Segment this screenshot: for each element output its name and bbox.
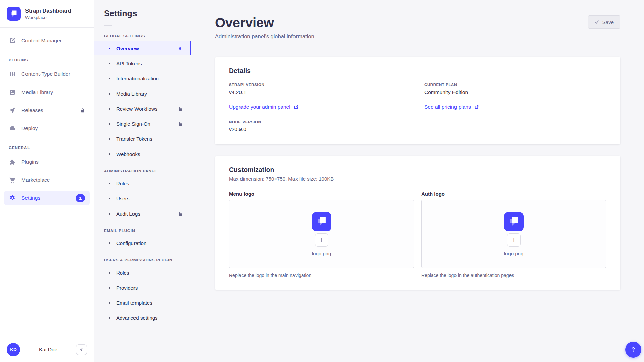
- page-header: Overview Administration panel's global i…: [215, 15, 620, 40]
- bullet-icon: [109, 48, 110, 49]
- customization-constraints: Max dimension: 750×750, Max file size: 1…: [229, 176, 606, 182]
- image-icon: [9, 88, 16, 96]
- bullet-icon: [109, 153, 110, 155]
- current-plan-field: CURRENT PLAN Community Edition: [424, 83, 606, 95]
- main-content: Overview Administration panel's global i…: [191, 0, 644, 362]
- subnav-item-advanced-settings[interactable]: Advanced settings: [94, 311, 191, 325]
- sidebar-item-releases[interactable]: Releases: [4, 103, 90, 118]
- subnav-section-global-settings: GLOBAL SETTINGS: [94, 34, 191, 38]
- details-right-column: CURRENT PLAN Community Edition See all p…: [424, 83, 606, 132]
- lock-icon: [80, 108, 85, 113]
- bullet-icon: [109, 78, 110, 79]
- add-logo-button[interactable]: +: [315, 233, 328, 247]
- strapi-logo-icon: [7, 7, 21, 21]
- strapi-logo-icon: [312, 212, 331, 231]
- bullet-icon: [109, 183, 110, 184]
- bullet-icon: [109, 302, 110, 304]
- subnav-item-single-sign-on[interactable]: Single Sign-On: [94, 117, 191, 131]
- sidebar-item-media-library[interactable]: Media Library: [4, 85, 90, 100]
- main-sidebar: Strapi Dashboard Workplace Content Manag…: [0, 0, 94, 362]
- bullet-icon: [109, 213, 110, 215]
- workspace-title: Strapi Dashboard: [25, 7, 71, 14]
- sidebar-item-marketplace[interactable]: Marketplace: [4, 173, 90, 187]
- auth-logo-section: Auth logo + logo.png Replace the logo in…: [421, 191, 606, 278]
- sidebar-section-plugins: PLUGINS: [0, 58, 94, 62]
- pricing-plans-link[interactable]: See all pricing plans: [424, 104, 479, 110]
- settings-subnav: Settings GLOBAL SETTINGS Overview API To…: [94, 0, 191, 362]
- customization-heading: Customization: [229, 166, 606, 174]
- subnav-section-users-permissions-plugin: USERS & PERMISSIONS PLUGIN: [94, 258, 191, 262]
- menu-logo-section: Menu logo + logo.png Replace the logo in…: [229, 191, 414, 278]
- external-link-icon: [474, 105, 479, 110]
- subnav-item-configuration[interactable]: Configuration: [94, 236, 191, 250]
- subnav-item-roles-admin[interactable]: Roles: [94, 176, 191, 190]
- edit-icon: [9, 37, 16, 44]
- subnav-item-api-tokens[interactable]: API Tokens: [94, 56, 191, 70]
- user-name[interactable]: Kai Doe: [23, 347, 73, 353]
- cloud-icon: [9, 125, 16, 132]
- sidebar-item-content-type-builder[interactable]: Content-Type Builder: [4, 67, 90, 81]
- subnav-item-overview[interactable]: Overview: [94, 41, 191, 55]
- subnav-section-administration-panel: ADMINISTRATION PANEL: [94, 169, 191, 173]
- strapi-version-field: STRAPI VERSION v4.20.1: [229, 83, 411, 95]
- subnav-item-roles-up[interactable]: Roles: [94, 265, 191, 280]
- subnav-item-review-workflows[interactable]: Review Workflows: [94, 102, 191, 116]
- chevron-left-icon: [79, 347, 84, 352]
- logo-filename: logo.png: [504, 251, 524, 256]
- bullet-icon: [109, 242, 110, 244]
- sidebar-user-footer: KD Kai Doe: [0, 337, 94, 362]
- auth-logo-caption: Replace the logo in the authentication p…: [421, 273, 606, 278]
- sidebar-section-general: GENERAL: [0, 146, 94, 150]
- gear-icon: [9, 194, 16, 202]
- settings-notification-badge: 1: [76, 194, 85, 202]
- upgrade-admin-panel-link[interactable]: Upgrade your admin panel: [229, 104, 299, 110]
- collapse-sidebar-button[interactable]: [76, 344, 87, 355]
- menu-logo-label: Menu logo: [229, 191, 414, 197]
- avatar[interactable]: KD: [7, 343, 20, 356]
- bullet-icon: [109, 272, 110, 274]
- save-button[interactable]: Save: [588, 15, 620, 29]
- sidebar-item-deploy[interactable]: Deploy: [4, 121, 90, 136]
- page-subtitle: Administration panel's global informatio…: [215, 33, 314, 40]
- sidebar-nav: Content Manager PLUGINS Content-Type Bui…: [0, 28, 94, 337]
- subnav-item-providers[interactable]: Providers: [94, 281, 191, 295]
- bullet-icon: [109, 63, 110, 64]
- subnav-item-media-library[interactable]: Media Library: [94, 86, 191, 101]
- page-title: Overview: [215, 15, 314, 31]
- sidebar-item-settings[interactable]: Settings 1: [4, 191, 90, 205]
- menu-logo-caption: Replace the logo in the main navigation: [229, 273, 414, 278]
- auth-logo-upload-area[interactable]: + logo.png: [421, 200, 606, 268]
- workspace-brand[interactable]: Strapi Dashboard Workplace: [0, 0, 94, 27]
- bullet-icon: [109, 108, 110, 110]
- details-card: Details STRAPI VERSION v4.20.1 Upgrade y…: [215, 57, 620, 144]
- subnav-item-internationalization[interactable]: Internationalization: [94, 71, 191, 85]
- add-logo-button[interactable]: +: [507, 233, 521, 247]
- subnav-title: Settings: [94, 9, 191, 18]
- grid-icon: [9, 70, 16, 78]
- paper-plane-icon: [9, 107, 16, 114]
- workspace-subtitle: Workplace: [25, 15, 71, 20]
- subnav-item-transfer-tokens[interactable]: Transfer Tokens: [94, 132, 191, 146]
- lock-icon: [178, 106, 183, 111]
- lock-icon: [178, 121, 183, 126]
- subnav-item-email-templates[interactable]: Email templates: [94, 296, 191, 310]
- sidebar-item-content-manager[interactable]: Content Manager: [4, 33, 90, 48]
- bullet-icon: [109, 123, 110, 125]
- subnav-section-email-plugin: EMAIL PLUGIN: [94, 229, 191, 233]
- sidebar-item-plugins[interactable]: Plugins: [4, 155, 90, 169]
- bullet-icon: [109, 317, 110, 319]
- bullet-icon: [109, 138, 110, 140]
- lock-icon: [178, 211, 183, 216]
- details-left-column: STRAPI VERSION v4.20.1 Upgrade your admi…: [229, 83, 411, 132]
- customization-card: Customization Max dimension: 750×750, Ma…: [215, 156, 620, 290]
- check-icon: [594, 20, 599, 25]
- subnav-item-webhooks[interactable]: Webhooks: [94, 147, 191, 161]
- menu-logo-upload-area[interactable]: + logo.png: [229, 200, 414, 268]
- help-button[interactable]: ?: [625, 342, 641, 358]
- bullet-icon: [109, 198, 110, 199]
- bullet-icon: [109, 93, 110, 95]
- subnav-item-users[interactable]: Users: [94, 191, 191, 205]
- notification-dot-icon: [179, 47, 181, 50]
- subnav-item-audit-logs[interactable]: Audit Logs: [94, 206, 191, 221]
- external-link-icon: [293, 105, 299, 110]
